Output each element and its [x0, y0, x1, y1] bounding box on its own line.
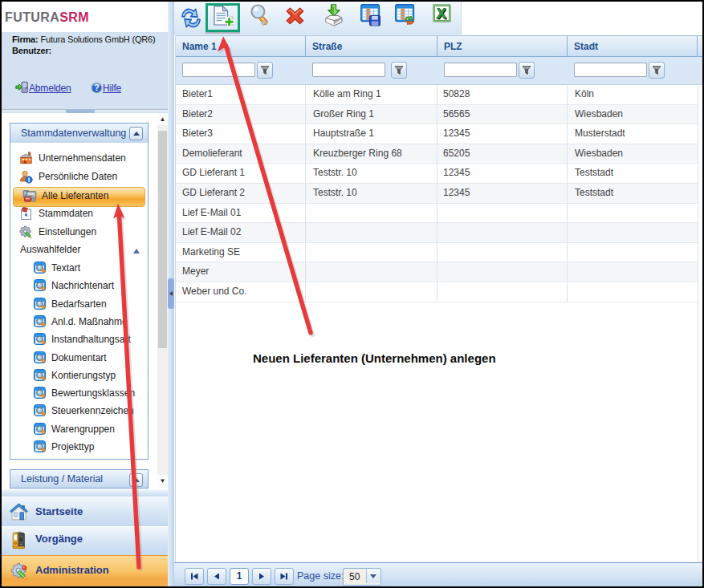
svg-text:?: ?	[95, 83, 100, 92]
